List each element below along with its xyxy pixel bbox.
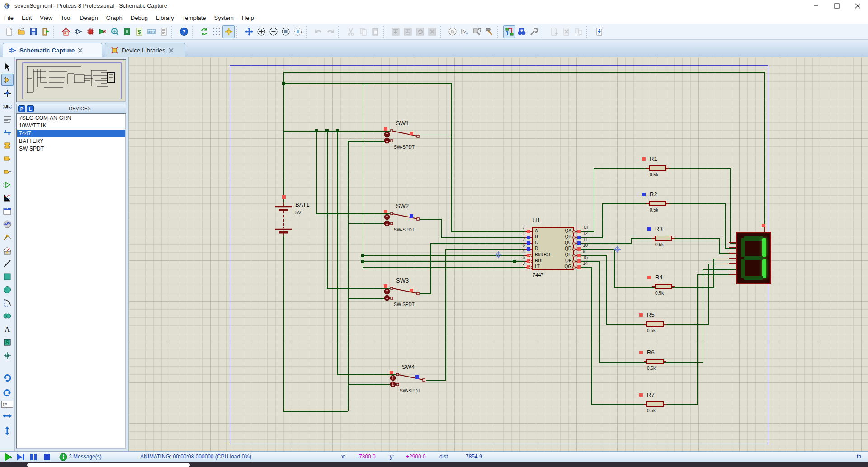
component-switch-sw4[interactable]: SW4 SW-SPDT <box>388 366 438 395</box>
subcircuit-mode-icon[interactable] <box>1 139 14 151</box>
menu-graph[interactable]: Graph <box>102 12 127 24</box>
mirror-vertical-icon[interactable] <box>1 425 14 437</box>
device-list-item[interactable]: 7SEG-COM-AN-GRN <box>17 114 125 122</box>
2d-box-icon[interactable] <box>1 270 14 283</box>
home-page-icon[interactable] <box>60 25 72 38</box>
refresh-display-icon[interactable] <box>198 25 210 38</box>
menu-help[interactable]: Help <box>238 12 258 24</box>
tab-schematic-capture[interactable]: Schematic Capture <box>3 43 102 57</box>
simulation-0101-icon[interactable]: 0101 <box>145 25 157 38</box>
zoom-area-icon[interactable] <box>292 25 304 38</box>
component-resistor-r7[interactable] <box>646 401 664 407</box>
gerber-viewer-icon[interactable] <box>108 25 121 38</box>
component-resistor-r2[interactable] <box>649 201 666 206</box>
search-icon[interactable] <box>515 25 528 38</box>
device-list-item[interactable]: 7447 <box>17 130 125 137</box>
bill-of-materials-icon[interactable]: $ <box>133 25 145 38</box>
3d-visualizer-icon[interactable] <box>96 25 108 38</box>
menu-file[interactable]: File <box>0 12 18 24</box>
copy-icon[interactable] <box>357 25 369 38</box>
component-switch-sw3[interactable]: SW3 SW-SPDT <box>382 279 432 308</box>
generator-mode-icon[interactable] <box>1 218 14 230</box>
2d-line-icon[interactable] <box>1 257 14 269</box>
component-resistor-r3[interactable] <box>655 236 672 241</box>
selection-mode-icon[interactable] <box>1 61 14 73</box>
design-explorer-icon[interactable] <box>121 25 133 38</box>
2d-circle-icon[interactable] <box>1 283 14 296</box>
menu-edit[interactable]: Edit <box>18 12 36 24</box>
pick-devices-button[interactable]: P <box>18 105 25 112</box>
device-list[interactable]: 7SEG-COM-AN-GRN10WATT1K7447BATTERYSW-SPD… <box>16 113 126 449</box>
current-probe-mode-icon[interactable] <box>1 244 14 256</box>
new-file-icon[interactable] <box>3 25 15 38</box>
design-notes-icon[interactable] <box>157 25 170 38</box>
goto-sheet-icon[interactable] <box>572 25 585 38</box>
graph-mode-icon[interactable] <box>1 179 14 191</box>
2d-text-icon[interactable]: A <box>1 323 14 335</box>
packaging-tool-icon[interactable] <box>471 25 483 38</box>
tab-device-libraries[interactable]: Device Libraries <box>105 43 185 57</box>
component-switch-sw2[interactable]: SW2 SW-SPDT <box>382 205 432 234</box>
minimize-button[interactable] <box>806 0 826 12</box>
component-resistor-r1[interactable] <box>649 165 666 171</box>
component-resistor-r6[interactable] <box>646 359 664 364</box>
pause-button[interactable] <box>28 453 39 462</box>
wire-autorouter-icon[interactable] <box>503 25 515 38</box>
junction-dot-mode-icon[interactable] <box>1 87 14 99</box>
block-move-icon[interactable] <box>401 25 414 38</box>
toggle-grid-icon[interactable] <box>210 25 222 38</box>
goto-component-icon[interactable] <box>446 25 458 38</box>
redo-icon[interactable] <box>324 25 336 38</box>
buses-mode-icon[interactable] <box>1 126 14 138</box>
rotate-clockwise-icon[interactable] <box>1 371 14 383</box>
mirror-horizontal-icon[interactable] <box>1 410 14 422</box>
schematic-capture-view-icon[interactable] <box>72 25 84 38</box>
device-list-item[interactable]: BATTERY <box>17 137 125 145</box>
component-resistor-r5[interactable] <box>646 321 664 327</box>
make-device-icon[interactable] <box>458 25 471 38</box>
property-assignment-icon[interactable] <box>528 25 540 38</box>
decompose-icon[interactable] <box>483 25 495 38</box>
block-copy-icon[interactable] <box>389 25 401 38</box>
block-rotate-icon[interactable] <box>414 25 426 38</box>
2d-symbol-icon[interactable]: S <box>1 336 14 348</box>
tab-close-icon[interactable] <box>169 48 174 53</box>
open-project-icon[interactable] <box>15 25 27 38</box>
menu-library[interactable]: Library <box>152 12 178 24</box>
component-mode-icon[interactable] <box>1 74 14 86</box>
paste-icon[interactable] <box>369 25 381 38</box>
tab-close-icon[interactable] <box>78 48 83 53</box>
menu-template[interactable]: Template <box>178 12 210 24</box>
2d-arc-icon[interactable] <box>1 297 14 309</box>
component-switch-sw1[interactable]: SW1 SW-SPDT <box>382 122 432 151</box>
origin-icon[interactable] <box>222 25 235 38</box>
undo-icon[interactable] <box>312 25 324 38</box>
overview-minimap[interactable] <box>16 59 126 102</box>
zoom-extents-icon[interactable] <box>279 25 292 38</box>
message-info-icon[interactable] <box>58 453 69 462</box>
2d-path-icon[interactable] <box>1 310 14 322</box>
step-button[interactable] <box>15 453 26 462</box>
device-list-item[interactable]: SW-SPDT <box>17 145 125 153</box>
simulation-graph-mode-icon[interactable] <box>1 192 14 204</box>
pcb-layout-view-icon[interactable] <box>84 25 96 38</box>
menu-system[interactable]: System <box>210 12 238 24</box>
menu-tool[interactable]: Tool <box>57 12 75 24</box>
stop-button[interactable] <box>42 453 52 462</box>
schematic-canvas[interactable]: BAT1 5V SW1 SW-SPDT SW2 SW-SPDT SW3 <box>129 57 868 451</box>
wire-label-mode-icon[interactable]: LBL <box>1 100 14 112</box>
new-sheet-icon[interactable] <box>548 25 560 38</box>
active-popup-mode-icon[interactable] <box>1 205 14 217</box>
menu-view[interactable]: View <box>36 12 57 24</box>
remove-sheet-icon[interactable] <box>560 25 572 38</box>
terminal-mode-icon[interactable] <box>1 152 14 165</box>
component-resistor-r4[interactable] <box>655 284 672 289</box>
block-delete-icon[interactable] <box>426 25 438 38</box>
zoom-out-icon[interactable] <box>267 25 279 38</box>
text-script-mode-icon[interactable] <box>1 113 14 125</box>
pan-view-icon[interactable] <box>243 25 255 38</box>
save-project-icon[interactable] <box>27 25 39 38</box>
cut-icon[interactable] <box>344 25 357 38</box>
device-list-item[interactable]: 10WATT1K <box>17 122 125 130</box>
menu-debug[interactable]: Debug <box>127 12 152 24</box>
